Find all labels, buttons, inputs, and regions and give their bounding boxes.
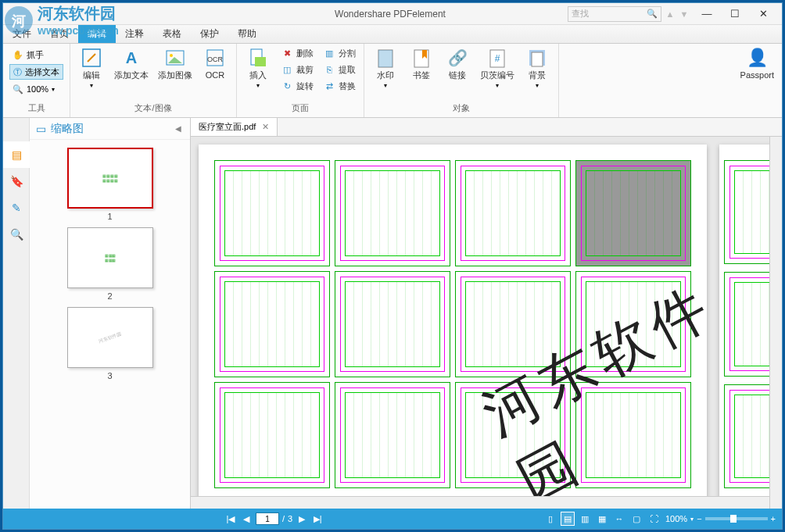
- view-single-button[interactable]: ▯: [543, 512, 557, 526]
- page-separator: /: [282, 514, 285, 523]
- zoom-slider[interactable]: [705, 517, 768, 520]
- thumbnail-page-1[interactable]: ▦▦▦▦▦▦▦▦: [67, 148, 153, 209]
- nav-up-icon[interactable]: ▲: [665, 9, 676, 20]
- menubar: 文件 首页 编辑 注释 表格 保护 帮助: [3, 25, 782, 44]
- chevron-down-icon[interactable]: ▾: [690, 516, 694, 523]
- minimize-button[interactable]: —: [693, 5, 721, 23]
- thumbnails-icon: ▤: [12, 148, 22, 161]
- menu-protect[interactable]: 保护: [191, 25, 228, 43]
- crop-button[interactable]: ◫裁剪: [278, 62, 317, 77]
- group-label-object: 对象: [369, 102, 554, 116]
- group-label-tools: 工具: [8, 102, 65, 116]
- watermark-button[interactable]: 水印 ▾: [369, 45, 402, 102]
- menu-help[interactable]: 帮助: [228, 25, 266, 43]
- side-tab-search[interactable]: 🔍: [3, 221, 30, 248]
- ribbon-group-page: 插入 ▾ ✖删除 ◫裁剪 ↻旋转 ▥分割 ⎘提取 ⇄替换 页面: [237, 44, 364, 117]
- side-tab-thumbnails[interactable]: ▤: [3, 141, 30, 168]
- menu-comment[interactable]: 注释: [116, 25, 153, 43]
- delete-button[interactable]: ✖删除: [278, 45, 317, 61]
- view-facing-continuous-button[interactable]: ▦: [595, 512, 609, 526]
- zoom-controls: 100% ▾ − +: [665, 514, 776, 523]
- zoom-tool[interactable]: 🔍 100% ▾: [9, 81, 63, 97]
- chevron-down-icon: ▾: [52, 86, 55, 93]
- last-page-button[interactable]: ▶|: [311, 514, 324, 524]
- document-tab[interactable]: 医疗室立面.pdf ✕: [191, 118, 278, 136]
- close-button[interactable]: ✕: [749, 5, 777, 23]
- replace-button[interactable]: ⇄替换: [320, 78, 359, 94]
- fullscreen-button[interactable]: ⛶: [647, 512, 661, 526]
- insert-button[interactable]: 插入 ▾: [242, 45, 274, 102]
- add-image-button[interactable]: 添加图像: [155, 45, 195, 102]
- bates-icon: #: [486, 47, 508, 69]
- vertical-scrollbar[interactable]: [769, 137, 782, 509]
- background-button[interactable]: 背景 ▾: [521, 45, 554, 102]
- horizontal-scrollbar[interactable]: [191, 496, 769, 509]
- svg-text:#: #: [495, 53, 500, 64]
- rotate-button[interactable]: ↻旋转: [278, 78, 317, 94]
- search-placeholder: 查找: [572, 8, 647, 20]
- side-tabs: ▤ 🔖 ✎ 🔍: [3, 118, 30, 509]
- add-text-button[interactable]: A 添加文本: [111, 45, 152, 102]
- thumbnail-item[interactable]: ▦▦▦▦▦▦ 2: [67, 227, 153, 301]
- view-facing-button[interactable]: ▥: [578, 512, 592, 526]
- user-icon: 👤: [746, 47, 768, 69]
- titlebar: Wondershare PDFelement 查找 🔍 ▲ ▼ — ☐ ✕: [3, 3, 782, 25]
- edit-button[interactable]: 编辑 ▾: [75, 45, 108, 102]
- select-text-tool[interactable]: Ⓣ 选择文本: [9, 64, 63, 80]
- ocr-button[interactable]: OCR OCR: [199, 45, 231, 102]
- thumbnail-number: 3: [67, 371, 153, 380]
- collapse-sidebar-button[interactable]: ◀: [173, 118, 184, 140]
- ribbon-group-object: 水印 ▾ 书签 🔗 链接 # 贝茨编号 ▾ 背景: [364, 44, 559, 117]
- menu-form[interactable]: 表格: [153, 25, 191, 43]
- search-tab-icon: 🔍: [10, 228, 23, 241]
- sidebar: ▤ 🔖 ✎ 🔍 ▭ 缩略图 ◀ ▦▦▦▦▦▦▦▦ 1: [3, 118, 191, 509]
- side-tab-annotations[interactable]: ✎: [3, 195, 30, 221]
- fit-width-button[interactable]: ↔: [612, 512, 626, 526]
- ocr-icon: OCR: [204, 47, 226, 69]
- thumbnails-panel: ▭ 缩略图 ◀ ▦▦▦▦▦▦▦▦ 1 ▦▦▦▦▦▦ 2 河东软件园: [30, 118, 190, 509]
- maximize-button[interactable]: ☐: [721, 5, 749, 23]
- thumbnails-header: ▭ 缩略图 ◀: [30, 118, 190, 140]
- content-area: ▤ 🔖 ✎ 🔍 ▭ 缩略图 ◀ ▦▦▦▦▦▦▦▦ 1: [3, 118, 782, 509]
- nav-down-icon[interactable]: ▼: [679, 9, 690, 20]
- menu-file[interactable]: 文件: [3, 25, 41, 43]
- search-icon: 🔍: [647, 9, 658, 19]
- fit-page-button[interactable]: ▢: [629, 512, 643, 526]
- passport-button[interactable]: 👤 Passport: [737, 45, 777, 102]
- close-tab-button[interactable]: ✕: [262, 122, 269, 132]
- thumbnail-page-3[interactable]: 河东软件园: [67, 307, 153, 368]
- zoom-value[interactable]: 100%: [665, 514, 687, 523]
- prev-page-button[interactable]: ◀: [240, 514, 253, 524]
- text-cursor-icon: Ⓣ: [13, 66, 22, 78]
- chevron-down-icon: ▾: [384, 82, 387, 89]
- zoom-in-button[interactable]: +: [771, 514, 776, 523]
- bookmark-tab-icon: 🔖: [10, 175, 23, 187]
- zoom-out-button[interactable]: −: [697, 514, 701, 523]
- group-label-textimage: 文本/图像: [75, 102, 231, 116]
- side-tab-bookmarks[interactable]: 🔖: [3, 168, 30, 195]
- link-button[interactable]: 🔗 链接: [441, 45, 474, 102]
- search-input[interactable]: 查找 🔍: [568, 6, 661, 22]
- total-pages: 3: [288, 514, 292, 523]
- annotation-icon: ✎: [12, 202, 21, 214]
- thumbnails-list[interactable]: ▦▦▦▦▦▦▦▦ 1 ▦▦▦▦▦▦ 2 河东软件园 3: [30, 140, 190, 509]
- hand-tool[interactable]: ✋ 抓手: [9, 47, 63, 62]
- menu-home[interactable]: 首页: [41, 25, 78, 43]
- next-page-button[interactable]: ▶: [296, 514, 308, 524]
- edit-icon: [81, 47, 102, 69]
- bookmark-button[interactable]: 书签: [405, 45, 438, 102]
- svg-point-3: [170, 54, 173, 57]
- first-page-button[interactable]: |◀: [224, 514, 237, 524]
- bates-button[interactable]: # 贝茨编号 ▾: [477, 45, 518, 102]
- thumbnail-item[interactable]: ▦▦▦▦▦▦▦▦ 1: [67, 148, 153, 221]
- extract-button[interactable]: ⎘提取: [320, 62, 359, 77]
- split-button[interactable]: ▥分割: [320, 45, 359, 61]
- zoom-slider-thumb[interactable]: [730, 515, 737, 523]
- thumbnail-page-2[interactable]: ▦▦▦▦▦▦: [67, 227, 153, 288]
- menu-edit[interactable]: 编辑: [78, 25, 116, 43]
- current-page-input[interactable]: [256, 512, 279, 525]
- pdf-page-1[interactable]: [199, 145, 707, 504]
- document-viewport[interactable]: 河东软件园: [191, 137, 782, 509]
- view-continuous-button[interactable]: ▤: [561, 512, 575, 526]
- thumbnail-item[interactable]: 河东软件园 3: [67, 307, 153, 380]
